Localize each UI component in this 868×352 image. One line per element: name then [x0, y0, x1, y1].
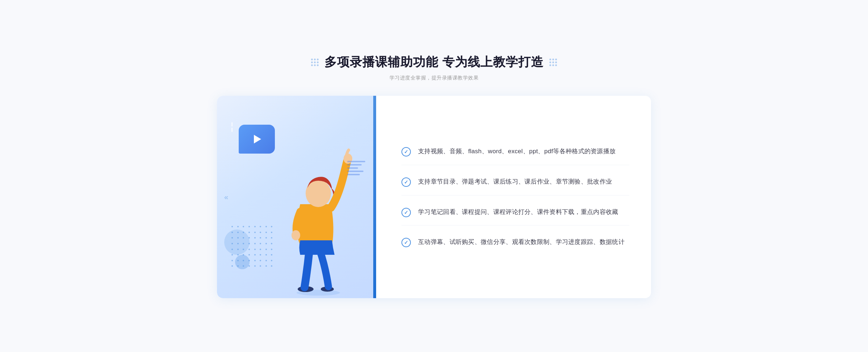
page-wrapper: 多项录播课辅助功能 专为线上教学打造 学习进度全掌握，提升录播课教学效果 — [217, 54, 651, 298]
title-row: 多项录播课辅助功能 专为线上教学打造 — [217, 54, 651, 70]
features-panel: ✓ 支持视频、音频、flash、word、excel、ppt、pdf等各种格式的… — [376, 96, 651, 298]
feature-item-2: ✓ 支持章节目录、弹题考试、课后练习、课后作业、章节测验、批改作业 — [401, 169, 629, 196]
feature-text-1: 支持视频、音频、flash、word、excel、ppt、pdf等各种格式的资源… — [418, 146, 616, 157]
left-nav-arrow[interactable]: « — [224, 193, 228, 201]
right-dots-decoration — [549, 59, 557, 66]
feature-text-3: 学习笔记回看、课程提问、课程评论打分、课件资料下载，重点内容收藏 — [418, 207, 618, 218]
left-dots-decoration — [311, 59, 319, 66]
decorative-circle-small — [235, 255, 250, 269]
main-content-area: « ✓ 支持视频、音频、flash、word、excel、ppt、pdf等各种格… — [217, 96, 651, 298]
page-title: 多项录播课辅助功能 专为线上教学打造 — [324, 54, 543, 70]
illustration-panel: « — [217, 96, 376, 298]
play-icon — [254, 135, 261, 143]
check-icon-1: ✓ — [401, 147, 411, 156]
feature-text-2: 支持章节目录、弹题考试、课后练习、课后作业、章节测验、批改作业 — [418, 177, 612, 187]
page-subtitle: 学习进度全掌握，提升录播课教学效果 — [217, 75, 651, 81]
decorative-circle-large — [224, 229, 250, 255]
feature-item-1: ✓ 支持视频、音频、flash、word、excel、ppt、pdf等各种格式的… — [401, 138, 629, 165]
shine-decoration — [231, 121, 233, 133]
feature-item-3: ✓ 学习笔记回看、课程提问、课程评论打分、课件资料下载，重点内容收藏 — [401, 199, 629, 226]
check-icon-2: ✓ — [401, 177, 411, 187]
person-illustration — [271, 132, 365, 298]
header-section: 多项录播课辅助功能 专为线上教学打造 学习进度全掌握，提升录播课教学效果 — [217, 54, 651, 81]
stripes-decoration — [347, 161, 365, 190]
check-icon-3: ✓ — [401, 208, 411, 217]
svg-point-6 — [292, 230, 300, 240]
feature-text-4: 互动弹幕、试听购买、微信分享、观看次数限制、学习进度跟踪、数据统计 — [418, 237, 625, 248]
video-bubble — [239, 125, 275, 154]
check-icon-4: ✓ — [401, 238, 411, 247]
feature-item-4: ✓ 互动弹幕、试听购买、微信分享、观看次数限制、学习进度跟踪、数据统计 — [401, 229, 629, 256]
blue-accent-bar — [373, 96, 376, 298]
